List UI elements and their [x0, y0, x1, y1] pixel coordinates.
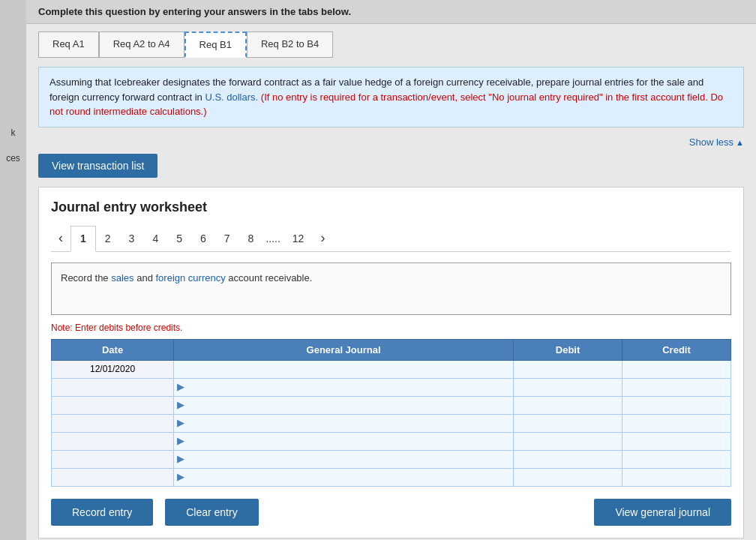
clear-entry-button[interactable]: Clear entry — [165, 499, 258, 526]
journal-cell-1[interactable] — [174, 360, 514, 378]
credit-input-2[interactable] — [626, 381, 728, 393]
table-header-date: Date — [52, 339, 174, 360]
instruction-blue-text: U.S. dollars. — [205, 92, 258, 103]
table-row: ▶ — [52, 396, 731, 414]
journal-input-5[interactable] — [186, 435, 507, 447]
date-cell-4 — [52, 414, 174, 432]
debit-cell-1[interactable] — [514, 360, 622, 378]
page-7-button[interactable]: 7 — [215, 226, 239, 250]
date-cell-2 — [52, 378, 174, 396]
journal-input-1[interactable] — [177, 363, 510, 375]
credit-cell-5[interactable] — [622, 432, 731, 450]
debit-input-2[interactable] — [517, 381, 619, 393]
debit-cell-4[interactable] — [514, 414, 622, 432]
credit-input-5[interactable] — [626, 435, 728, 447]
top-instruction-text: Complete this question by entering your … — [38, 6, 351, 17]
debit-input-6[interactable] — [517, 453, 619, 465]
show-less-link[interactable]: Show less — [689, 136, 744, 148]
debit-input-7[interactable] — [517, 471, 619, 483]
page-8-button[interactable]: 8 — [239, 226, 263, 250]
table-row: ▶ — [52, 450, 731, 468]
table-row: ▶ — [52, 378, 731, 396]
page-dots: ..... — [262, 226, 283, 250]
buttons-row: Record entry Clear entry View general jo… — [51, 499, 731, 526]
page-1-button[interactable]: 1 — [70, 226, 96, 252]
debit-input-5[interactable] — [517, 435, 619, 447]
journal-input-4[interactable] — [186, 417, 507, 429]
sidebar-letter-k: k — [11, 128, 16, 138]
table-row: ▶ — [52, 432, 731, 450]
debit-input-1[interactable] — [517, 363, 619, 375]
table-row: ▶ — [52, 414, 731, 432]
entry-description-box: Record the sales and foreign currency ac… — [51, 262, 731, 315]
next-page-button[interactable]: › — [313, 226, 332, 250]
date-cell-3 — [52, 396, 174, 414]
show-less-row: Show less — [26, 136, 744, 148]
pagination-row: ‹ 1 2 3 4 5 6 7 8 ..... 12 › — [51, 226, 731, 252]
sidebar-letter-ces: ces — [6, 153, 20, 164]
view-general-journal-button[interactable]: View general journal — [594, 499, 731, 526]
note-text: Note: Enter debits before credits. — [51, 322, 731, 333]
table-header-credit: Credit — [622, 339, 731, 360]
debit-cell-2[interactable] — [514, 378, 622, 396]
instruction-box: Assuming that Icebreaker designates the … — [38, 67, 744, 128]
journal-input-2[interactable] — [186, 381, 507, 393]
credit-input-4[interactable] — [626, 417, 728, 429]
record-entry-button[interactable]: Record entry — [51, 499, 153, 526]
tab-req-a1[interactable]: Req A1 — [38, 32, 99, 58]
page-3-button[interactable]: 3 — [120, 226, 144, 250]
credit-cell-4[interactable] — [622, 414, 731, 432]
journal-cell-3[interactable]: ▶ — [174, 396, 514, 414]
date-cell-1: 12/01/2020 — [52, 360, 174, 378]
top-instruction-bar: Complete this question by entering your … — [26, 0, 756, 24]
table-row: ▶ — [52, 468, 731, 486]
prev-page-button[interactable]: ‹ — [51, 226, 70, 250]
debit-cell-6[interactable] — [514, 450, 622, 468]
journal-input-6[interactable] — [186, 453, 507, 465]
date-cell-6 — [52, 450, 174, 468]
credit-cell-1[interactable] — [622, 360, 731, 378]
credit-input-6[interactable] — [626, 453, 728, 465]
tab-req-b1[interactable]: Req B1 — [184, 32, 247, 58]
debit-cell-3[interactable] — [514, 396, 622, 414]
journal-cell-5[interactable]: ▶ — [174, 432, 514, 450]
entry-description-text: Record the sales and foreign currency ac… — [61, 272, 312, 284]
journal-input-7[interactable] — [186, 471, 507, 483]
credit-cell-6[interactable] — [622, 450, 731, 468]
page-5-button[interactable]: 5 — [167, 226, 191, 250]
tabs-row: Req A1 Req A2 to A4 Req B1 Req B2 to B4 — [26, 24, 756, 58]
credit-cell-3[interactable] — [622, 396, 731, 414]
main-content: Complete this question by entering your … — [26, 0, 756, 540]
page-4-button[interactable]: 4 — [143, 226, 167, 250]
journal-input-3[interactable] — [186, 399, 507, 411]
tab-req-b2-b4[interactable]: Req B2 to B4 — [247, 32, 333, 58]
page-6-button[interactable]: 6 — [191, 226, 215, 250]
credit-cell-7[interactable] — [622, 468, 731, 486]
journal-cell-7[interactable]: ▶ — [174, 468, 514, 486]
page-12-button[interactable]: 12 — [284, 226, 314, 250]
debit-cell-5[interactable] — [514, 432, 622, 450]
credit-input-7[interactable] — [626, 471, 728, 483]
debit-input-3[interactable] — [517, 399, 619, 411]
view-transaction-button[interactable]: View transaction list — [38, 154, 158, 178]
journal-table: Date General Journal Debit Credit 12/01/… — [51, 339, 731, 487]
journal-cell-4[interactable]: ▶ — [174, 414, 514, 432]
journal-cell-2[interactable]: ▶ — [174, 378, 514, 396]
table-header-debit: Debit — [514, 339, 622, 360]
table-row: 12/01/2020 — [52, 360, 731, 378]
tab-req-a2-a4[interactable]: Req A2 to A4 — [99, 32, 184, 58]
credit-input-1[interactable] — [626, 363, 728, 375]
page-2-button[interactable]: 2 — [96, 226, 120, 250]
table-header-general-journal: General Journal — [174, 339, 514, 360]
debit-input-4[interactable] — [517, 417, 619, 429]
worksheet-title: Journal entry worksheet — [51, 200, 731, 215]
debit-cell-7[interactable] — [514, 468, 622, 486]
left-sidebar: k ces — [0, 0, 26, 540]
date-cell-5 — [52, 432, 174, 450]
worksheet-container: Journal entry worksheet ‹ 1 2 3 4 5 6 7 … — [38, 187, 744, 538]
date-cell-7 — [52, 468, 174, 486]
credit-cell-2[interactable] — [622, 378, 731, 396]
journal-cell-6[interactable]: ▶ — [174, 450, 514, 468]
credit-input-3[interactable] — [626, 399, 728, 411]
